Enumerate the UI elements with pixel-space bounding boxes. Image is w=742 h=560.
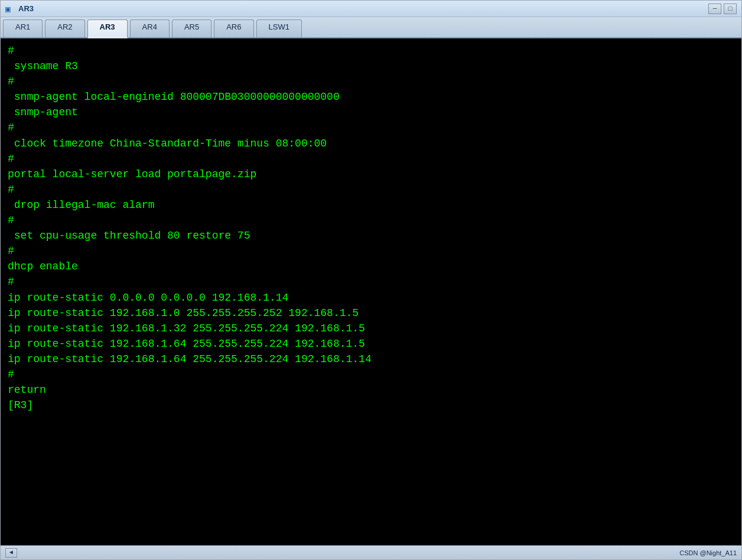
title-bar: ▣ AR3 ─ □ [1, 1, 741, 17]
status-bar: ◄ CSDN @Night_A11 [1, 545, 741, 559]
tab-AR3[interactable]: AR3 [87, 19, 128, 38]
restore-button[interactable]: □ [724, 4, 737, 14]
tab-AR5[interactable]: AR5 [172, 19, 211, 37]
scroll-left-button[interactable]: ◄ [5, 548, 17, 558]
tab-AR1[interactable]: AR1 [3, 19, 43, 37]
main-window: ▣ AR3 ─ □ AR1 AR2 AR3 AR4 AR5 AR6 LSW1 #… [0, 0, 742, 560]
minimize-button[interactable]: ─ [708, 4, 721, 14]
tab-AR4[interactable]: AR4 [130, 19, 170, 37]
window-title: AR3 [18, 4, 34, 13]
app-icon: ▣ [5, 4, 15, 14]
terminal-area[interactable]: # sysname R3 # snmp-agent local-engineid… [1, 38, 741, 545]
tab-LSW1[interactable]: LSW1 [256, 19, 302, 37]
tab-bar: AR1 AR2 AR3 AR4 AR5 AR6 LSW1 [1, 17, 741, 38]
tab-AR2[interactable]: AR2 [45, 19, 84, 37]
title-controls: ─ □ [708, 4, 737, 14]
terminal-content: # sysname R3 # snmp-agent local-engineid… [8, 43, 734, 413]
tab-AR6[interactable]: AR6 [214, 19, 253, 37]
title-bar-left: ▣ AR3 [5, 4, 34, 14]
watermark-text: CSDN @Night_A11 [679, 549, 737, 556]
